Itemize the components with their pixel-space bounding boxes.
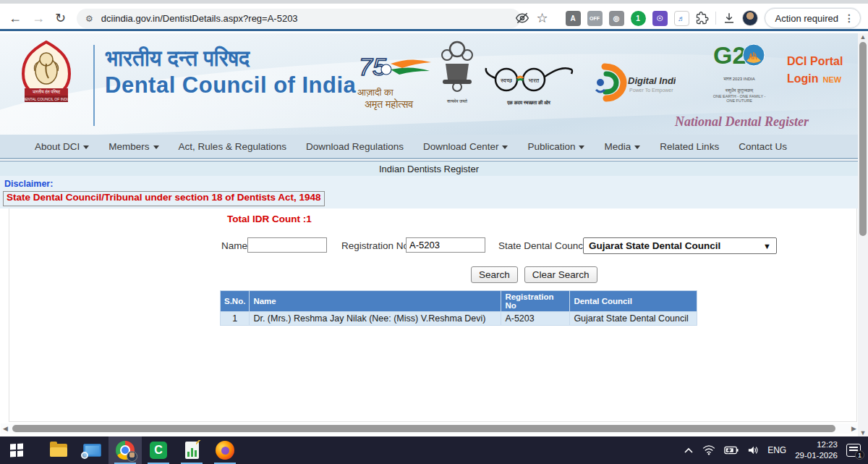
camtasia-button[interactable]: C (142, 436, 175, 464)
nav-related-links[interactable]: Related Links (660, 141, 719, 152)
browser-toolbar: ← → ↻ ⚙︎ dciindia.gov.in/DentistDetails.… (0, 0, 868, 29)
language-indicator[interactable]: ENG (767, 445, 786, 455)
bookmark-star-icon[interactable]: ☆ (536, 10, 548, 26)
name-input[interactable] (247, 237, 327, 253)
wifi-icon[interactable] (702, 445, 715, 455)
scroll-up-icon[interactable]: ▲ (858, 33, 868, 41)
total-idr-count: Total IDR Count :1 (227, 214, 312, 224)
scroll-left-icon[interactable]: ◀ (1, 425, 10, 432)
horizontal-scrollbar[interactable]: ◀ ▶ (1, 423, 859, 434)
extension-purple-icon[interactable]: ☉ (652, 11, 668, 26)
web-page: भारतीय दंत परिषद DENTAL COUNCIL OF INDIA… (0, 29, 868, 436)
main-navigation: About DCI Members Act, Rules & Regulatio… (0, 135, 858, 159)
nav-contact-us[interactable]: Contact Us (739, 141, 787, 152)
battery-icon[interactable] (724, 446, 739, 455)
col-registration: Registration No (501, 291, 570, 312)
firefox-button[interactable] (208, 436, 242, 464)
disclaimer-section: Disclaimer: State Dental Council/Tribuna… (0, 176, 858, 208)
profile-avatar[interactable] (742, 10, 758, 26)
svg-text:Power To Empower: Power To Empower (629, 88, 673, 93)
document-app-button[interactable] (175, 436, 208, 464)
address-bar[interactable]: ⚙︎ dciindia.gov.in/DentistDetails.aspx?r… (77, 9, 521, 28)
mic-extension-icon[interactable]: ♬ (674, 11, 689, 26)
file-explorer-button[interactable] (42, 436, 75, 464)
browser-back-button[interactable]: ← (9, 11, 22, 26)
tray-expand-icon[interactable] (684, 447, 694, 454)
nav-about-dci[interactable]: About DCI (35, 141, 89, 152)
horizontal-scroll-thumb[interactable] (12, 425, 835, 432)
windows-taskbar: C ENG 12:23 29-01-2026 1 (0, 436, 868, 464)
nav-members[interactable]: Members (109, 141, 158, 152)
state-dental-council-select[interactable]: Gujarat State Dental Council ▼ (583, 237, 777, 254)
notification-center-icon[interactable]: 1 (846, 444, 861, 457)
national-dental-register-title: National Dental Register (675, 114, 809, 130)
svg-text:भारत: भारत (529, 77, 540, 84)
chrome-icon (116, 441, 135, 460)
downloads-icon[interactable] (723, 12, 736, 25)
extension-off-icon[interactable]: OFF (587, 11, 603, 26)
site-info-icon[interactable]: ⚙︎ (85, 14, 94, 24)
chevron-down-icon (502, 145, 508, 149)
name-label: Name (221, 240, 247, 251)
select-chevron-icon: ▼ (763, 242, 771, 250)
site-title-hindi: भारतीय दन्त परिषद (106, 46, 250, 72)
search-button[interactable]: Search (471, 266, 518, 283)
extensions-puzzle-icon[interactable] (696, 12, 709, 25)
clear-search-button[interactable]: Clear Search (524, 266, 597, 283)
browser-menu-icon[interactable]: ⋮ (844, 12, 854, 24)
nav-media[interactable]: Media (605, 141, 641, 152)
table-row: 1 Dr. (Mrs.) Reshma Jay Nilak (Nee: (Mis… (221, 312, 697, 326)
extension-a-icon[interactable]: A (566, 11, 581, 26)
svg-text:DENTAL COUNCIL OF INDIA: DENTAL COUNCIL OF INDIA (22, 97, 71, 101)
col-dental-council: Dental Council (570, 291, 697, 312)
svg-text:G2: G2 (713, 41, 746, 69)
tray-time: 12:23 (795, 439, 838, 450)
registration-input[interactable] (406, 237, 485, 253)
start-button[interactable] (0, 436, 33, 464)
browser-forward-button[interactable]: → (32, 11, 45, 26)
col-name: Name (250, 291, 501, 312)
url-text[interactable]: dciindia.gov.in/DentistDetails.aspx?reg=… (101, 13, 298, 24)
profile-mini-avatar (127, 451, 137, 462)
registration-label: Registration No (341, 240, 409, 251)
azadi-ka-amrit-mahotsav-logo: 75 आज़ादी का अमृत महोत्सव (357, 54, 437, 111)
office-doc-icon (185, 442, 199, 459)
nav-act-rules-regulations[interactable]: Act, Rules & Regulations (179, 141, 286, 152)
clock[interactable]: 12:23 29-01-2026 (795, 439, 838, 461)
col-sno: S.No. (221, 291, 250, 312)
dci-portal-login-link[interactable]: DCI Portal LoginNEW (787, 55, 858, 85)
indian-dentists-register-band: Indian Dentists Register (0, 161, 858, 176)
new-badge: NEW (823, 75, 842, 84)
national-emblem-logo: सत्यमेव जयते (434, 39, 480, 104)
nav-download-center[interactable]: Download Center (423, 141, 508, 152)
nav-publication[interactable]: Publication (527, 141, 584, 152)
swachh-bharat-logo: स्वच्छ भारत एक कदम स्वच्छता की ओर (483, 61, 574, 106)
chrome-button[interactable] (109, 436, 142, 464)
chevron-down-icon (634, 145, 640, 149)
disclaimer-label: Disclaimer: (4, 179, 854, 189)
vertical-scroll-thumb[interactable] (859, 42, 867, 236)
folder-icon (50, 444, 67, 457)
tray-date: 29-01-2026 (795, 450, 838, 461)
browser-reload-button[interactable]: ↻ (55, 10, 66, 26)
extension-badge-icon[interactable]: 1 (631, 11, 646, 26)
svg-text:Digital India: Digital India (628, 75, 676, 86)
camera-extension-icon[interactable]: ◎ (609, 11, 624, 26)
windows-logo-icon (10, 444, 23, 457)
svg-text:स्वच्छ: स्वच्छ (500, 77, 513, 84)
results-table: S.No. Name Registration No Dental Counci… (220, 290, 697, 326)
remote-desktop-button[interactable] (75, 436, 109, 464)
vertical-scrollbar[interactable]: ▲ ▼ (858, 33, 868, 436)
volume-icon[interactable] (747, 445, 759, 455)
site-title-english: Dental Council of India (105, 72, 356, 98)
site-header: भारतीय दंत परिषद DENTAL COUNCIL OF INDIA… (0, 33, 858, 135)
table-header-row: S.No. Name Registration No Dental Counci… (221, 291, 697, 312)
digital-india-logo: Digital India Power To Empower (595, 62, 676, 106)
g20-logo: G2 भारत 2023 INDIA वसुधैव कुटुम्बकम् ONE… (712, 39, 767, 103)
nav-download-regulations[interactable]: Download Regulations (306, 141, 404, 152)
hide-eye-icon[interactable] (515, 11, 529, 25)
monitor-magnifier-icon (83, 444, 101, 457)
content-card: Total IDR Count :1 Name Registration No … (9, 208, 857, 422)
action-required-button[interactable]: Action required ⋮ (765, 8, 861, 28)
scroll-down-icon[interactable]: ▼ (858, 429, 868, 436)
